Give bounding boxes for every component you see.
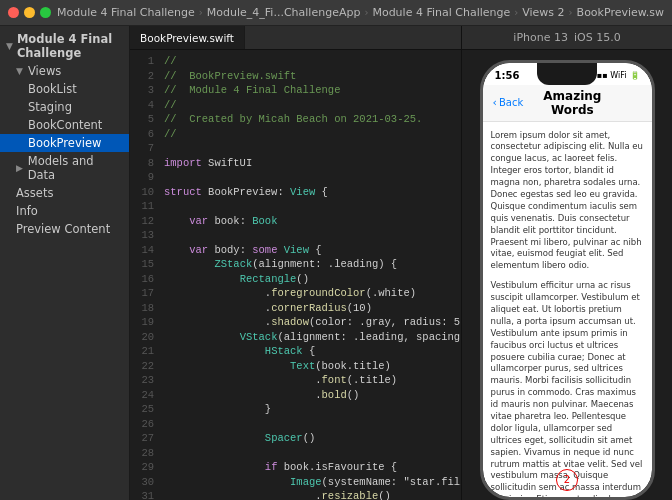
- code-lines: //// BookPreview.swift// Module 4 Final …: [160, 50, 461, 500]
- fullscreen-button[interactable]: [40, 7, 51, 18]
- phone-screen: 1:56 ▪▪▪ WiFi 🔋 ‹ Back Amazing Words: [483, 63, 652, 498]
- main-layout: ▼ Module 4 Final Challenge ▼ Views BookL…: [0, 26, 672, 500]
- tab-bookpreview[interactable]: BookPreview.swift: [130, 26, 245, 49]
- phone-status-icons: ▪▪▪ WiFi 🔋: [591, 71, 639, 80]
- breadcrumb-item-5[interactable]: BookPreview.swift: [577, 6, 664, 19]
- top-bar: Module 4 Final Challenge › Module_4_Fi..…: [0, 0, 672, 26]
- sidebar-item-views[interactable]: ▼ Views: [0, 62, 129, 80]
- phone-content[interactable]: Lorem ipsum dolor sit amet, consectetur …: [483, 122, 652, 498]
- battery-icon: 🔋: [630, 71, 640, 80]
- sidebar-project-title[interactable]: ▼ Module 4 Final Challenge: [0, 30, 129, 62]
- phone-nav-bar: ‹ Back Amazing Words: [483, 85, 652, 122]
- back-label: Back: [499, 97, 523, 108]
- sidebar-item-bookcontent[interactable]: BookContent: [0, 116, 129, 134]
- device-name: iPhone 13: [513, 31, 568, 44]
- preview-panel: iPhone 13 iOS 15.0 1:56 ▪▪▪ WiFi 🔋: [462, 26, 672, 500]
- sidebar-item-staging[interactable]: Staging: [0, 98, 129, 116]
- minimize-button[interactable]: [24, 7, 35, 18]
- back-button[interactable]: ‹ Back: [493, 96, 524, 109]
- breadcrumb: Module 4 Final Challenge › Module_4_Fi..…: [57, 6, 664, 19]
- close-button[interactable]: [8, 7, 19, 18]
- sidebar: ▼ Module 4 Final Challenge ▼ Views BookL…: [0, 26, 130, 500]
- code-editor: BookPreview.swift 1234567891011121314151…: [130, 26, 462, 500]
- sidebar-item-bookpreview[interactable]: BookPreview: [0, 134, 129, 152]
- traffic-lights: [8, 7, 51, 18]
- sidebar-item-info[interactable]: Info: [0, 202, 129, 220]
- breadcrumb-item-2[interactable]: Module_4_Fi...ChallengeApp: [207, 6, 361, 19]
- editor-tabs: BookPreview.swift: [130, 26, 461, 50]
- breadcrumb-item-3[interactable]: Module 4 Final Challenge: [372, 6, 510, 19]
- nav-title: Amazing Words: [523, 89, 621, 117]
- sidebar-item-assets[interactable]: Assets: [0, 184, 129, 202]
- sidebar-item-booklist[interactable]: BookList: [0, 80, 129, 98]
- phone-notch: [537, 63, 597, 85]
- code-content[interactable]: 1234567891011121314151617181920212223242…: [130, 50, 461, 500]
- breadcrumb-item-4[interactable]: Views 2: [522, 6, 564, 19]
- phone-time: 1:56: [495, 70, 520, 81]
- lorem-paragraph-1: Lorem ipsum dolor sit amet, consectetur …: [491, 130, 644, 273]
- os-version: iOS 15.0: [574, 31, 621, 44]
- line-numbers: 1234567891011121314151617181920212223242…: [130, 50, 160, 500]
- expand-arrow-icon: ▼: [6, 41, 13, 51]
- phone-frame: 1:56 ▪▪▪ WiFi 🔋 ‹ Back Amazing Words: [480, 60, 655, 501]
- page-indicator: 2: [556, 469, 578, 491]
- preview-header: iPhone 13 iOS 15.0: [462, 26, 672, 50]
- breadcrumb-item-1[interactable]: Module 4 Final Challenge: [57, 6, 195, 19]
- sidebar-item-preview-content[interactable]: Preview Content: [0, 220, 129, 238]
- lorem-paragraph-2: Vestibulum efficitur urna ac risus susci…: [491, 280, 644, 497]
- chevron-left-icon: ‹: [493, 96, 497, 109]
- wifi-icon: WiFi: [610, 71, 626, 80]
- sidebar-item-models[interactable]: ▶ Models and Data: [0, 152, 129, 184]
